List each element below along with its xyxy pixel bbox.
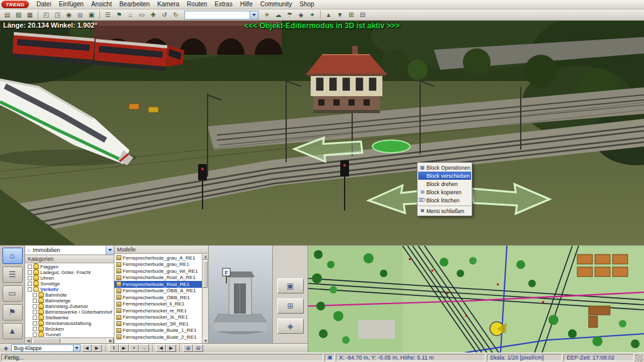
chevron-down-icon[interactable] bbox=[73, 345, 80, 351]
track-mode-icon[interactable]: ☰ bbox=[103, 10, 113, 19]
resize-grip[interactable] bbox=[635, 354, 643, 361]
category-item[interactable]: Sonstige bbox=[25, 281, 114, 287]
category-item[interactable]: Flaggen bbox=[25, 264, 114, 270]
terrain-raise-icon[interactable]: ▲ bbox=[323, 10, 334, 19]
rotate-right-icon[interactable]: ↻ bbox=[170, 10, 181, 19]
terrain-lower-icon[interactable]: ▼ bbox=[335, 10, 345, 19]
save-layout-icon[interactable]: ▦ bbox=[25, 10, 35, 19]
rolling-stock-mode-icon[interactable]: ▭ bbox=[136, 10, 147, 19]
menu-item[interactable]: Routen bbox=[183, 0, 211, 9]
new-layout-icon[interactable]: ▤ bbox=[2, 10, 13, 19]
model-list-item[interactable]: Fernsprechersockel_3L_RE1 bbox=[114, 314, 202, 321]
play-button[interactable]: ▶ bbox=[119, 344, 129, 352]
weather-sun-icon[interactable]: ☀ bbox=[262, 10, 272, 19]
model-list-item[interactable]: Fernsprechersockel_li_RE1 bbox=[114, 301, 202, 308]
insert-model-button[interactable]: ⊞ bbox=[277, 299, 304, 314]
category-checkbox[interactable] bbox=[33, 293, 37, 297]
menu-item[interactable]: Community bbox=[257, 0, 296, 9]
pause-button[interactable]: ‖ bbox=[109, 344, 119, 352]
resource-tab-gleisobjekte[interactable]: ☰ bbox=[3, 266, 23, 283]
model-list-item[interactable]: Fernsprechersockel_3R_RE1 bbox=[114, 321, 202, 327]
open-layout-icon[interactable]: ▧ bbox=[13, 10, 24, 19]
model-swap-button[interactable]: ◈ bbox=[277, 319, 304, 334]
weather-rain-icon[interactable]: ☂ bbox=[284, 10, 295, 19]
category-item[interactable]: Ladegut, Güter, Fracht bbox=[25, 270, 114, 275]
category-checkbox[interactable] bbox=[33, 299, 37, 303]
vehicle-function-combo[interactable]: Bug-Klappe bbox=[11, 344, 80, 352]
model-list-item[interactable]: Fernsprecherbude_grau_Wi_RE1 bbox=[114, 268, 202, 275]
scrollbar-track[interactable] bbox=[203, 260, 208, 338]
viewport-3d[interactable]: Länge: 20.134 Winkel: 1.902° <<< Objekt-… bbox=[0, 21, 644, 245]
category-checkbox[interactable] bbox=[28, 287, 32, 292]
model-list-item[interactable]: Fernsprecherbude_grau_A_RE1 bbox=[114, 255, 202, 261]
resource-tab-rollmaterial[interactable]: ▭ bbox=[3, 285, 23, 302]
category-checkbox[interactable] bbox=[28, 270, 32, 275]
model-list-item[interactable]: Fernsprecherbude_Bude_1_RE1 bbox=[114, 327, 202, 334]
spin-right-button[interactable]: ▶ bbox=[92, 344, 102, 352]
view-3d-icon[interactable]: ◳ bbox=[52, 10, 63, 19]
menu-item[interactable]: Hilfe bbox=[236, 0, 257, 9]
category-checkbox[interactable] bbox=[33, 315, 37, 320]
context-menu-item[interactable]: ✖ Menü schließen bbox=[418, 206, 471, 215]
model-list-item[interactable]: Fernsprecherbude_grau_RE1 bbox=[114, 261, 202, 268]
effects-icon[interactable]: ✦ bbox=[307, 10, 318, 19]
menu-item[interactable]: Extras bbox=[211, 0, 236, 9]
menu-item[interactable]: Datei bbox=[33, 0, 55, 9]
camera-settings-icon[interactable]: ▣ bbox=[86, 10, 97, 19]
category-item[interactable]: Uhren bbox=[25, 275, 114, 281]
selection-gizmo[interactable] bbox=[372, 140, 410, 153]
fast-forward-button[interactable]: » bbox=[129, 344, 139, 352]
category-checkbox[interactable] bbox=[33, 321, 37, 326]
context-menu-item[interactable]: ⌦ Block löschen bbox=[418, 196, 471, 204]
model-list-item[interactable]: Fernsprecherbude_Rost_A_RE1 bbox=[114, 275, 202, 282]
category-checkbox[interactable] bbox=[33, 332, 37, 337]
resource-tab-signale[interactable]: ⚑ bbox=[3, 304, 23, 321]
zoom-in-button[interactable]: ⊕ bbox=[183, 344, 193, 352]
model-list-item[interactable]: Fernsprecherbude_Bude_2_RE1 bbox=[114, 334, 202, 341]
camera-select-combo[interactable] bbox=[184, 11, 258, 19]
resource-tab-landschaft[interactable]: ▲ bbox=[3, 323, 23, 339]
scroll-up-icon[interactable]: ▲ bbox=[203, 254, 208, 260]
chevron-down-icon[interactable] bbox=[106, 246, 114, 255]
category-checkbox[interactable] bbox=[28, 276, 32, 280]
category-checkbox[interactable] bbox=[28, 265, 32, 269]
category-checkbox[interactable] bbox=[33, 304, 37, 309]
category-item[interactable]: Tunnel bbox=[25, 332, 114, 337]
menu-item[interactable]: Einfügen bbox=[55, 0, 87, 9]
map-2d-view[interactable] bbox=[308, 245, 644, 353]
grid-on-icon[interactable]: ⊞ bbox=[346, 10, 357, 19]
models-vscrollbar[interactable]: ▲ ▼ bbox=[202, 254, 208, 344]
grid-off-icon[interactable]: ⊟ bbox=[357, 10, 368, 19]
object-mode-icon[interactable]: ⌂ bbox=[125, 10, 136, 19]
context-menu-item[interactable]: Block drehen bbox=[418, 180, 471, 188]
route-next-button[interactable]: ▶ bbox=[166, 344, 176, 352]
weather-clouds-icon[interactable]: ☁ bbox=[273, 10, 284, 19]
render-options-icon[interactable]: ◈ bbox=[296, 10, 306, 19]
category-checkbox[interactable] bbox=[33, 310, 37, 314]
menu-item[interactable]: Ansicht bbox=[87, 0, 116, 9]
menu-item[interactable]: Kamera bbox=[153, 0, 183, 9]
model-view-button[interactable]: ▣ bbox=[277, 278, 304, 293]
rotate-left-icon[interactable]: ↺ bbox=[159, 10, 170, 19]
context-menu-item[interactable]: ▦ Block Operationen bbox=[418, 163, 471, 172]
model-list-item[interactable]: Fernsprecherbude_ÖBB_RE1 bbox=[114, 294, 202, 301]
camera-free-icon[interactable]: ◉ bbox=[64, 10, 74, 19]
category-checkbox[interactable] bbox=[28, 282, 32, 286]
model-list-item[interactable]: Fernsprecherbude_Rost_RE1 bbox=[114, 281, 202, 288]
view-2d-icon[interactable]: ◰ bbox=[41, 10, 52, 19]
route-prev-button[interactable]: ◀ bbox=[156, 344, 166, 352]
signal-mode-icon[interactable]: ⚑ bbox=[114, 10, 125, 19]
insert-mode-icon[interactable]: ✚ bbox=[148, 10, 158, 19]
camera-target-icon[interactable]: ◎ bbox=[75, 10, 86, 19]
scrollbar-thumb[interactable] bbox=[203, 261, 208, 288]
menu-item[interactable]: Shop bbox=[296, 0, 318, 9]
jump-end-button[interactable]: → bbox=[139, 344, 149, 352]
zoom-out-button[interactable]: ⊖ bbox=[193, 344, 203, 352]
category-checkbox[interactable] bbox=[33, 327, 37, 331]
resource-tab-immobilien[interactable]: ⌂ bbox=[3, 248, 23, 264]
spin-left-button[interactable]: ◀ bbox=[82, 344, 92, 352]
resource-type-combo[interactable]: ⌂ Immobilien bbox=[25, 246, 114, 255]
model-list-item[interactable]: Fernsprecherbude_ÖBB_A_RE1 bbox=[114, 288, 202, 295]
chevron-down-icon[interactable] bbox=[250, 11, 258, 19]
menu-item[interactable]: Bearbeiten bbox=[116, 0, 153, 9]
